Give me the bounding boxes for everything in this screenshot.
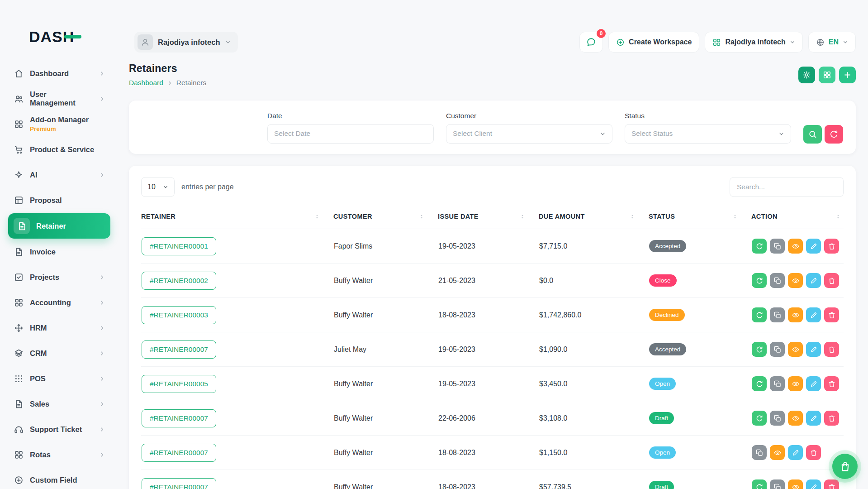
create-retainer-button[interactable] (839, 67, 856, 83)
convert-button[interactable] (752, 307, 767, 322)
status-badge: Open (649, 446, 676, 459)
delete-button[interactable] (824, 239, 839, 254)
reset-filter-button[interactable] (825, 125, 843, 144)
convert-button[interactable] (752, 411, 767, 426)
entries-per-page-select[interactable]: 10 (141, 177, 175, 197)
settings-button[interactable] (798, 67, 815, 83)
retainer-number-button[interactable]: #RETAINER00005 (142, 375, 216, 393)
retainer-number-button[interactable]: #RETAINER00007 (142, 444, 216, 462)
duplicate-button[interactable] (770, 273, 785, 288)
retainer-number-button[interactable]: #RETAINER00007 (142, 340, 216, 359)
view-button[interactable] (788, 411, 803, 426)
create-workspace-button[interactable]: Create Workspace (608, 32, 699, 53)
column-header-customer[interactable]: CUSTOMER (333, 213, 438, 220)
view-button[interactable] (788, 273, 803, 288)
sidebar-item-pos[interactable]: POS (8, 366, 110, 391)
sort-icon[interactable] (835, 213, 841, 220)
sort-icon[interactable] (732, 213, 738, 220)
edit-button[interactable] (806, 273, 821, 288)
convert-button[interactable] (752, 376, 767, 391)
table-search-input[interactable] (730, 177, 844, 197)
retainer-number-button[interactable]: #RETAINER00007 (142, 478, 216, 489)
convert-button[interactable] (752, 273, 767, 288)
chevron-right-icon (99, 401, 105, 407)
duplicate-button[interactable] (770, 479, 785, 489)
sidebar-item-addon-manager[interactable]: Add-on Manager Premium (8, 112, 110, 136)
view-button[interactable] (788, 376, 803, 391)
sort-icon[interactable] (520, 213, 525, 220)
sidebar-item-crm[interactable]: CRM (8, 341, 110, 365)
sidebar-item-invoice[interactable]: Invoice (8, 240, 110, 264)
sidebar-item-custom-field[interactable]: Custom Field (8, 468, 110, 489)
view-button[interactable] (788, 239, 803, 254)
duplicate-button[interactable] (770, 239, 785, 254)
sidebar-item-accounting[interactable]: Accounting (8, 290, 110, 315)
edit-button[interactable] (806, 239, 821, 254)
status-select[interactable]: Select Status (625, 124, 791, 144)
view-button[interactable] (788, 342, 803, 357)
edit-button[interactable] (788, 445, 803, 460)
convert-button[interactable] (752, 239, 767, 254)
workspace-dropdown[interactable]: Rajodiya infotech (705, 32, 802, 53)
apply-filter-button[interactable] (803, 125, 822, 144)
column-header-status[interactable]: STATUS (649, 213, 751, 220)
edit-button[interactable] (806, 307, 821, 322)
sidebar-item-retainer[interactable]: Retainer (8, 213, 110, 239)
copy-icon (774, 415, 781, 422)
sidebar-item-sales[interactable]: Sales (8, 392, 110, 416)
delete-button[interactable] (824, 273, 839, 288)
duplicate-button[interactable] (770, 307, 785, 322)
retainer-number-button[interactable]: #RETAINER00003 (142, 306, 216, 324)
duplicate-button[interactable] (770, 376, 785, 391)
view-button[interactable] (788, 307, 803, 322)
sidebar-item-dashboard[interactable]: Dashboard (8, 61, 110, 86)
convert-button[interactable] (752, 342, 767, 357)
column-header-issue-date[interactable]: ISSUE DATE (438, 213, 539, 220)
date-filter-input[interactable] (267, 124, 434, 144)
customer-select[interactable]: Select Client (446, 124, 612, 144)
sidebar-item-product-service[interactable]: Product & Service (8, 137, 110, 162)
view-button[interactable] (788, 479, 803, 489)
messages-button[interactable]: 0 (579, 32, 603, 53)
duplicate-button[interactable] (752, 445, 767, 460)
due-amount-cell: $0.0 (539, 264, 649, 298)
sidebar-item-proposal[interactable]: Proposal (8, 188, 110, 212)
main-content: Rajodiya infotech 0 Create Workspace Raj… (119, 0, 868, 489)
delete-button[interactable] (824, 307, 839, 322)
sort-icon[interactable] (630, 213, 635, 220)
language-dropdown[interactable]: EN (808, 32, 856, 53)
sidebar-item-user-management[interactable]: User Management (8, 86, 110, 111)
sidebar-item-hrm[interactable]: HRM (8, 316, 110, 340)
delete-button[interactable] (824, 376, 839, 391)
app-logo[interactable]: DASH (29, 28, 74, 46)
column-header-retainer[interactable]: RETAINER (141, 213, 333, 220)
cart-fab-button[interactable] (832, 454, 858, 479)
account-dropdown[interactable]: Rajodiya infotech (134, 32, 238, 53)
edit-button[interactable] (806, 411, 821, 426)
view-button[interactable] (770, 445, 785, 460)
retainer-number-button[interactable]: #RETAINER00001 (142, 237, 216, 255)
convert-button[interactable] (752, 479, 767, 489)
sort-icon[interactable] (314, 213, 320, 220)
sidebar-item-ai[interactable]: AI (8, 163, 110, 187)
edit-button[interactable] (806, 342, 821, 357)
duplicate-button[interactable] (770, 411, 785, 426)
edit-button[interactable] (806, 479, 821, 489)
delete-button[interactable] (824, 411, 839, 426)
column-header-action[interactable]: ACTION (751, 213, 844, 220)
delete-button[interactable] (824, 479, 839, 489)
sort-icon[interactable] (419, 213, 424, 220)
retainer-number-button[interactable]: #RETAINER00002 (142, 272, 216, 290)
delete-button[interactable] (824, 342, 839, 357)
edit-button[interactable] (806, 376, 821, 391)
gear-icon (802, 71, 811, 79)
sidebar-item-rotas[interactable]: Rotas (8, 442, 110, 467)
sidebar-item-support-ticket[interactable]: Support Ticket (8, 417, 110, 441)
grid-view-button[interactable] (819, 67, 835, 83)
retainer-number-button[interactable]: #RETAINER00007 (142, 409, 216, 427)
delete-button[interactable] (806, 445, 821, 460)
breadcrumb-dashboard-link[interactable]: Dashboard (129, 79, 163, 87)
duplicate-button[interactable] (770, 342, 785, 357)
column-header-due-amount[interactable]: DUE AMOUNT (539, 213, 649, 220)
sidebar-item-projects[interactable]: Projects (8, 265, 110, 289)
